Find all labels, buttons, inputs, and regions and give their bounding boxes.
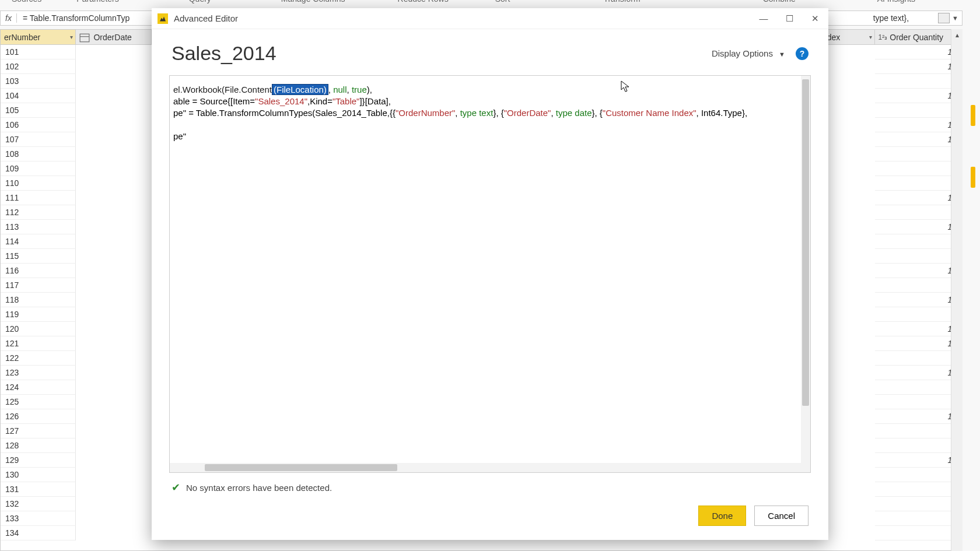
ribbon-tab[interactable]: Manage Columns	[264, 0, 363, 6]
row-id-cell[interactable]: 110	[1, 176, 76, 191]
quantity-cell[interactable]: 6	[875, 482, 962, 497]
ribbon-tab[interactable]: Query	[172, 0, 229, 6]
ribbon-tab[interactable]: Parameters	[59, 0, 136, 6]
quantity-cell[interactable]: 6	[875, 176, 962, 191]
row-id-cell[interactable]: 118	[1, 293, 76, 307]
done-button[interactable]: Done	[698, 506, 746, 526]
row-id-cell[interactable]: 124	[1, 380, 76, 395]
quantity-cell[interactable]: 12	[875, 220, 962, 234]
quantity-cell[interactable]: 12	[875, 45, 962, 59]
quantity-cell[interactable]: 9	[875, 380, 962, 395]
quantity-cell[interactable]: 9	[875, 249, 962, 264]
quantity-cell[interactable]: 11	[875, 191, 962, 205]
row-id-cell[interactable]: 107	[1, 132, 76, 147]
ribbon-tab[interactable]: Sources	[0, 0, 59, 6]
row-id-cell[interactable]: 104	[1, 89, 76, 103]
quantity-cell[interactable]: 11	[875, 89, 962, 103]
quantity-cell[interactable]: 13	[875, 118, 962, 132]
ribbon-tab[interactable]: Reduce Rows	[380, 0, 466, 6]
ribbon-tab[interactable]: Combine	[746, 0, 813, 6]
row-id-cell[interactable]: 120	[1, 322, 76, 336]
row-id-cell[interactable]: 117	[1, 278, 76, 293]
quantity-cell[interactable]: 4	[875, 395, 962, 409]
display-options-dropdown[interactable]: Display Options ▼	[712, 48, 785, 58]
quantity-cell[interactable]: 7	[875, 103, 962, 118]
row-id-cell[interactable]: 125	[1, 395, 76, 409]
quantity-cell[interactable]: 8	[875, 511, 962, 526]
row-id-cell[interactable]: 103	[1, 74, 76, 89]
row-id-cell[interactable]: 129	[1, 453, 76, 468]
quantity-cell[interactable]: 2	[875, 424, 962, 438]
row-id-cell[interactable]: 119	[1, 307, 76, 322]
row-id-cell[interactable]: 128	[1, 438, 76, 453]
row-id-cell[interactable]: 101	[1, 45, 76, 59]
quantity-cell[interactable]: 2	[875, 162, 962, 176]
row-id-cell[interactable]: 113	[1, 220, 76, 234]
quantity-cell[interactable]: 2	[875, 307, 962, 322]
vertical-scrollbar[interactable]	[801, 76, 810, 463]
row-id-cell[interactable]: 102	[1, 59, 76, 74]
row-id-cell[interactable]: 123	[1, 366, 76, 380]
row-id-cell[interactable]: 126	[1, 409, 76, 424]
quantity-cell[interactable]: 13	[875, 409, 962, 424]
row-id-cell[interactable]: 133	[1, 511, 76, 526]
row-id-cell[interactable]: 105	[1, 103, 76, 118]
row-id-cell[interactable]: 127	[1, 424, 76, 438]
cancel-button[interactable]: Cancel	[754, 506, 808, 526]
quantity-cell[interactable]: 10	[875, 336, 962, 351]
column-header-orderdate[interactable]: OrderDate	[76, 30, 151, 44]
code-selection[interactable]: (FileLocation)	[272, 84, 328, 95]
row-id-cell[interactable]: 111	[1, 191, 76, 205]
quantity-cell[interactable]: 2	[875, 351, 962, 366]
quantity-cell[interactable]: 15	[875, 322, 962, 336]
help-icon[interactable]: ?	[796, 47, 808, 60]
row-id-cell[interactable]: 109	[1, 162, 76, 176]
ribbon-tab[interactable]: Transform	[586, 0, 657, 6]
quantity-cell[interactable]: 7	[875, 438, 962, 453]
formula-preview-box[interactable]	[938, 13, 950, 23]
row-id-cell[interactable]: 121	[1, 336, 76, 351]
column-header-ordernumber[interactable]: erNumber ▾	[1, 30, 76, 44]
quantity-cell[interactable]: 15	[875, 293, 962, 307]
vertical-scrollbar[interactable]: ▴	[951, 29, 963, 551]
quantity-cell[interactable]: 5	[875, 74, 962, 89]
dialog-titlebar[interactable]: Advanced Editor — ☐ ✕	[152, 8, 828, 29]
horizontal-scrollbar[interactable]	[170, 463, 810, 472]
ribbon-tab[interactable]: Sort	[478, 0, 528, 6]
quantity-cell[interactable]: 13	[875, 59, 962, 74]
quantity-cell[interactable]: 4	[875, 468, 962, 482]
row-id-cell[interactable]: 134	[1, 526, 76, 541]
quantity-cell[interactable]: 14	[875, 366, 962, 380]
quantity-cell[interactable]: 3	[875, 234, 962, 249]
row-id-cell[interactable]: 114	[1, 234, 76, 249]
row-id-cell[interactable]: 112	[1, 205, 76, 220]
row-id-cell[interactable]: 115	[1, 249, 76, 264]
column-header-quantity[interactable]: 1²₃ Order Quantity	[875, 30, 962, 44]
row-id-cell[interactable]: 122	[1, 351, 76, 366]
minimize-button[interactable]: —	[756, 13, 771, 24]
formula-text[interactable]: = Table.TransformColumnTyp	[23, 13, 130, 23]
chevron-down-icon[interactable]: ▼	[952, 15, 958, 22]
quantity-cell[interactable]: 4	[875, 278, 962, 293]
close-button[interactable]: ✕	[807, 13, 822, 24]
chevron-down-icon[interactable]: ▾	[70, 34, 73, 40]
fx-button[interactable]: fx	[1, 13, 17, 23]
row-id-cell[interactable]: 131	[1, 482, 76, 497]
quantity-cell[interactable]	[875, 526, 962, 541]
quantity-cell[interactable]: 6	[875, 497, 962, 511]
row-id-cell[interactable]: 106	[1, 118, 76, 132]
quantity-cell[interactable]: 12	[875, 453, 962, 468]
ribbon-tab[interactable]: AI Insights	[860, 0, 933, 6]
maximize-button[interactable]: ☐	[782, 13, 797, 24]
row-id-cell[interactable]: 116	[1, 264, 76, 278]
quantity-cell[interactable]: 12	[875, 132, 962, 147]
code-editor[interactable]: el.Workbook(File.Content(FileLocation), …	[169, 75, 811, 473]
chevron-down-icon[interactable]: ▾	[869, 34, 872, 40]
scrollbar-thumb[interactable]	[802, 79, 809, 406]
row-id-cell[interactable]: 130	[1, 468, 76, 482]
quantity-cell[interactable]: 15	[875, 264, 962, 278]
row-id-cell[interactable]: 132	[1, 497, 76, 511]
scrollbar-thumb[interactable]	[205, 464, 397, 471]
quantity-cell[interactable]: 7	[875, 147, 962, 162]
quantity-cell[interactable]: 5	[875, 205, 962, 220]
